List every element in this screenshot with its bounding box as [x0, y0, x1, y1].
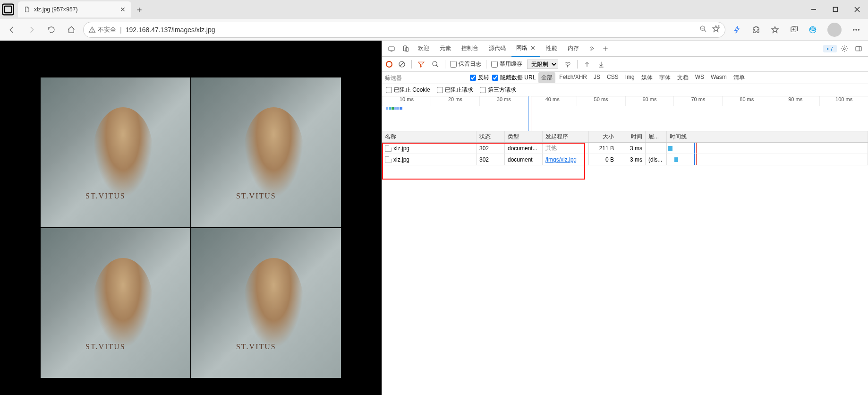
timeline-ruler[interactable]: 10 ms20 ms30 ms40 ms50 ms60 ms70 ms80 ms…	[382, 96, 868, 131]
add-tab-icon[interactable]	[599, 42, 612, 55]
back-button[interactable]	[4, 22, 20, 38]
preserve-log-checkbox[interactable]: 保留日志	[450, 60, 481, 68]
type-filter-Fetch/XHR[interactable]: Fetch/XHR	[556, 72, 590, 83]
header-waterfall[interactable]: 时间线	[667, 131, 868, 142]
table-header: 名称 状态 类型 发起程序 大小 时间 履... 时间线	[382, 131, 868, 143]
minimize-button[interactable]	[803, 0, 825, 19]
device-icon[interactable]	[399, 42, 412, 55]
ext-thunder-icon[interactable]	[729, 22, 745, 38]
svg-point-25	[843, 48, 845, 50]
home-button[interactable]	[63, 22, 79, 38]
separator: |	[120, 26, 122, 34]
table-row[interactable]: xlz.jpg 302 document... 其他 211 B 3 ms	[382, 143, 868, 154]
table-row[interactable]: xlz.jpg 302 document /imgs/xlz.jpg 0 B 3…	[382, 154, 868, 165]
menu-icon[interactable]	[848, 22, 864, 38]
tab-preview-icon[interactable]	[0, 0, 16, 19]
filter-icon[interactable]	[417, 60, 426, 69]
row-size: 211 B	[589, 143, 617, 154]
new-tab-button[interactable]: ＋	[131, 1, 147, 17]
browser-tab[interactable]: xlz.jpg (957×957) ✕	[18, 1, 131, 17]
tab-sources[interactable]: 源代码	[484, 41, 511, 57]
network-conditions-icon[interactable]	[563, 60, 572, 69]
clear-icon[interactable]	[397, 60, 407, 69]
invert-checkbox[interactable]: 反转	[470, 74, 489, 82]
type-filter-清单[interactable]: 清单	[731, 72, 748, 83]
tab-network[interactable]: 网络✕	[511, 41, 540, 57]
row-name: xlz.jpg	[393, 145, 409, 152]
dock-icon[interactable]	[852, 42, 865, 55]
collections-icon[interactable]	[786, 22, 802, 38]
svg-point-18	[856, 29, 857, 30]
row-type: document	[505, 154, 543, 165]
file-icon	[385, 145, 391, 152]
type-filter-全部[interactable]: 全部	[538, 72, 555, 83]
tab-console[interactable]: 控制台	[457, 41, 483, 57]
image-quadrant	[191, 77, 341, 227]
search-icon[interactable]	[431, 60, 440, 69]
ruler-tick: 30 ms	[479, 96, 528, 106]
file-icon	[24, 6, 30, 13]
row-time: 3 ms	[617, 143, 646, 154]
profile-avatar[interactable]	[827, 23, 842, 37]
type-filter-Img[interactable]: Img	[622, 72, 638, 83]
type-filter-JS[interactable]: JS	[591, 72, 603, 83]
blocked-requests-checkbox[interactable]: 已阻止请求	[437, 86, 473, 94]
tab-performance[interactable]: 性能	[541, 41, 562, 57]
refresh-button[interactable]	[43, 22, 60, 38]
header-name[interactable]: 名称	[382, 131, 477, 142]
issues-badge[interactable]: ▪7	[823, 45, 837, 52]
main-area: 欢迎 元素 控制台 源代码 网络✕ 性能 内存 ▪7 保留日志 禁用缓存 无限制	[0, 41, 868, 395]
settings-icon[interactable]	[838, 42, 851, 55]
maximize-button[interactable]	[825, 0, 846, 19]
header-status[interactable]: 状态	[477, 131, 505, 142]
favorite-icon[interactable]	[712, 25, 720, 34]
ie-mode-icon[interactable]	[805, 22, 821, 38]
blocked-row: 已阻止 Cookie 已阻止请求 第三方请求	[382, 84, 868, 96]
disable-cache-checkbox[interactable]: 禁用缓存	[491, 60, 522, 68]
header-size[interactable]: 大小	[589, 131, 617, 142]
extensions-icon[interactable]	[748, 22, 764, 38]
thirdparty-checkbox[interactable]: 第三方请求	[480, 86, 516, 94]
svg-point-30	[433, 61, 437, 66]
type-filter-WS[interactable]: WS	[692, 72, 707, 83]
tab-title: xlz.jpg (957×957)	[34, 6, 77, 13]
type-filter-CSS[interactable]: CSS	[604, 72, 621, 83]
more-tabs-icon[interactable]	[585, 42, 598, 55]
hide-data-checkbox[interactable]: 隐藏数据 URL	[492, 74, 536, 82]
tab-welcome[interactable]: 欢迎	[413, 41, 434, 57]
header-fulfil[interactable]: 履...	[646, 131, 667, 142]
ruler-tick: 60 ms	[625, 96, 674, 106]
export-icon[interactable]	[596, 60, 606, 69]
close-icon[interactable]: ✕	[120, 6, 126, 13]
type-filter-媒体[interactable]: 媒体	[638, 72, 655, 83]
throttling-select[interactable]: 无限制	[527, 60, 558, 69]
ruler-tick: 100 ms	[819, 96, 868, 106]
row-name: xlz.jpg	[393, 156, 409, 163]
close-icon[interactable]: ✕	[530, 44, 536, 52]
row-initiator[interactable]: /imgs/xlz.jpg	[543, 154, 589, 165]
record-button[interactable]	[386, 61, 392, 68]
favorites-icon[interactable]	[767, 22, 783, 38]
import-icon[interactable]	[582, 60, 592, 69]
type-filter-字体[interactable]: 字体	[656, 72, 673, 83]
titlebar: xlz.jpg (957×957) ✕ ＋	[0, 0, 868, 19]
header-time[interactable]: 时间	[617, 131, 646, 142]
ruler-tick: 70 ms	[673, 96, 722, 106]
row-type: document...	[505, 143, 543, 154]
header-type[interactable]: 类型	[505, 131, 543, 142]
tab-memory[interactable]: 内存	[563, 41, 584, 57]
url-text: 192.168.47.137/images/xlz.jpg	[126, 26, 215, 34]
filter-input[interactable]	[382, 72, 467, 84]
zoom-icon[interactable]	[699, 25, 707, 34]
header-initiator[interactable]: 发起程序	[543, 131, 589, 142]
close-window-button[interactable]	[846, 0, 868, 19]
svg-point-17	[853, 29, 854, 30]
type-filter-Wasm[interactable]: Wasm	[708, 72, 730, 83]
tab-elements[interactable]: 元素	[435, 41, 456, 57]
image-viewer[interactable]	[41, 77, 341, 378]
type-filter-文档[interactable]: 文档	[674, 72, 691, 83]
inspect-icon[interactable]	[385, 42, 398, 55]
forward-button	[24, 22, 40, 38]
blocked-cookies-checkbox[interactable]: 已阻止 Cookie	[386, 86, 430, 94]
address-bar[interactable]: 不安全 | 192.168.47.137/images/xlz.jpg	[83, 22, 725, 38]
